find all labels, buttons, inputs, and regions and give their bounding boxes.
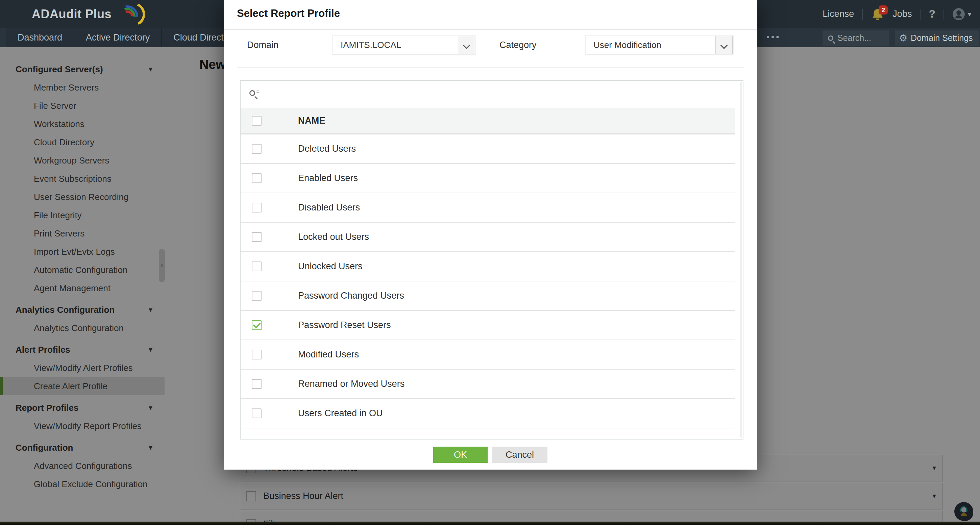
- license-link[interactable]: License: [822, 9, 854, 19]
- report-profile-table: NAME Deleted Users Enabled Users: [240, 80, 743, 439]
- report-profile-name: Password Reset Users: [298, 320, 391, 330]
- report-profile-row[interactable]: Password Changed Users: [240, 282, 735, 311]
- adaudit-plus-page: ADAudit Plus License 2 Jobs ?: [0, 0, 980, 525]
- jobs-link[interactable]: Jobs: [892, 9, 912, 19]
- nav-tab[interactable]: Dashboard: [6, 28, 74, 47]
- report-profile-row[interactable]: Unlocked Users: [240, 252, 735, 282]
- row-checkbox[interactable]: [252, 291, 262, 301]
- help-icon[interactable]: ?: [929, 8, 935, 20]
- report-profile-name: Renamed or Moved Users: [298, 379, 404, 389]
- table-search-icon[interactable]: [250, 90, 255, 96]
- top-bar-right: License 2 Jobs ? ▾: [822, 0, 971, 28]
- row-checkbox[interactable]: [252, 232, 262, 242]
- report-profile-row[interactable]: Enabled Users: [240, 164, 735, 193]
- notification-count-badge: 2: [879, 5, 888, 14]
- divider: [862, 9, 863, 20]
- domain-select[interactable]: IAMITS.LOCAL: [333, 36, 475, 54]
- domain-settings-button[interactable]: ⚙ Domain Settings: [895, 30, 979, 46]
- chevron-down-icon: [458, 36, 475, 54]
- divider: [920, 9, 921, 20]
- dialog-title: Select Report Profile: [237, 8, 340, 20]
- report-profile-name: Locked out Users: [298, 232, 369, 242]
- gear-icon: ⚙: [899, 33, 907, 43]
- row-checkbox[interactable]: [252, 203, 262, 213]
- report-profile-row[interactable]: Renamed or Moved Users: [240, 370, 735, 399]
- report-profile-row[interactable]: Deleted Users: [240, 134, 735, 164]
- select-report-profile-dialog: Select Report Profile Domain IAMITS.LOCA…: [224, 0, 757, 469]
- notifications-bell-icon[interactable]: 2: [871, 7, 885, 22]
- report-profile-row[interactable]: Locked out Users: [240, 223, 735, 252]
- row-checkbox[interactable]: [252, 261, 262, 271]
- more-menu-icon[interactable]: •••: [767, 28, 781, 47]
- name-column-header: NAME: [298, 116, 325, 126]
- cancel-button[interactable]: Cancel: [492, 447, 547, 463]
- logo-swoosh-icon: [116, 2, 145, 27]
- divider: [224, 29, 757, 30]
- search-icon: [828, 35, 833, 41]
- nav-tab-label: Active Directory: [86, 32, 150, 43]
- report-profile-row[interactable]: Password Reset Users: [240, 311, 735, 340]
- report-profile-name: Deleted Users: [298, 143, 356, 154]
- table-rows: Deleted Users Enabled Users Disabled Use…: [240, 134, 743, 428]
- select-all-checkbox[interactable]: [252, 116, 262, 126]
- report-profile-name: Disabled Users: [298, 202, 360, 213]
- report-profile-name: Unlocked Users: [298, 261, 363, 272]
- report-profile-name: Password Changed Users: [298, 291, 404, 301]
- nav-tabs: Dashboard Active Directory Cloud Directo…: [6, 28, 248, 47]
- search-input[interactable]: Search...: [822, 30, 889, 46]
- table-header-row: NAME: [240, 108, 735, 134]
- nav-tab[interactable]: Active Directory: [74, 28, 162, 47]
- table-search-zone: [240, 81, 743, 108]
- report-profile-row[interactable]: Modified Users: [240, 340, 735, 370]
- category-select-value: User Modification: [586, 40, 715, 50]
- report-profile-name: Enabled Users: [298, 173, 358, 183]
- search-placeholder: Search...: [837, 33, 871, 43]
- app-logo[interactable]: ADAudit Plus: [32, 5, 111, 23]
- nav-tab-label: Dashboard: [18, 32, 62, 43]
- avatar-icon: [952, 8, 965, 21]
- table-scrollbar[interactable]: [740, 82, 742, 438]
- domain-settings-label: Domain Settings: [911, 33, 972, 43]
- row-checkbox[interactable]: [252, 320, 262, 330]
- ok-button[interactable]: OK: [433, 447, 488, 463]
- report-profile-row[interactable]: Users Created in OU: [240, 399, 735, 428]
- report-profile-name: Users Created in OU: [298, 408, 383, 418]
- row-checkbox[interactable]: [252, 144, 262, 154]
- user-menu[interactable]: ▾: [952, 8, 971, 21]
- report-profile-row[interactable]: Disabled Users: [240, 193, 735, 223]
- divider: [237, 67, 744, 68]
- app-logo-text: ADAudit Plus: [32, 7, 111, 21]
- row-checkbox[interactable]: [252, 409, 262, 418]
- report-profile-name: Modified Users: [298, 349, 359, 360]
- domain-select-value: IAMITS.LOCAL: [333, 40, 458, 50]
- domain-field-label: Domain: [247, 40, 278, 50]
- chevron-down-icon: ▾: [968, 10, 971, 18]
- row-checkbox[interactable]: [252, 350, 262, 360]
- chevron-down-icon: [715, 36, 732, 54]
- row-checkbox[interactable]: [252, 379, 262, 389]
- category-field-label: Category: [500, 40, 537, 50]
- category-select[interactable]: User Modification: [585, 36, 733, 54]
- divider: [943, 9, 944, 20]
- row-checkbox[interactable]: [252, 173, 262, 183]
